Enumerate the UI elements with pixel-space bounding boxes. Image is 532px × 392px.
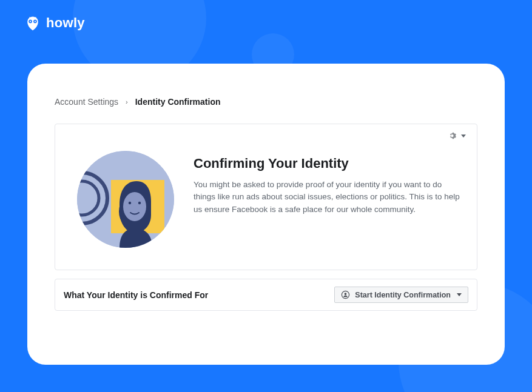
svg-point-13 [345,293,347,295]
card-title: Confirming Your Identity [194,156,466,171]
svg-point-9 [123,192,146,221]
gear-icon [449,131,457,140]
brand-name: howly [46,15,85,31]
card-body: Confirming Your Identity You might be as… [66,133,466,248]
svg-point-2 [30,21,31,22]
identity-card: Confirming Your Identity You might be as… [55,124,477,270]
brand-logo: howly [24,15,85,32]
card-settings-menu[interactable] [449,131,466,140]
card-description: You might be asked to provide proof of y… [194,179,466,216]
identity-illustration [77,151,174,248]
caret-down-icon [461,135,466,138]
start-identity-confirmation-button[interactable]: Start Identity Confirmation [334,287,468,303]
owl-icon [24,15,41,32]
svg-point-10 [129,202,131,204]
chevron-right-icon: › [126,98,128,105]
card-text: Confirming Your Identity You might be as… [194,151,466,216]
confirmed-for-section: What Your Identity is Confirmed For Star… [55,279,477,311]
button-label: Start Identity Confirmation [355,291,451,299]
svg-point-11 [138,202,141,204]
svg-point-3 [35,21,36,22]
settings-panel: Account Settings › Identity Confirmation [27,64,505,365]
breadcrumb-parent[interactable]: Account Settings [55,97,118,107]
caret-down-icon [457,293,462,296]
person-badge-icon [341,290,350,299]
breadcrumb: Account Settings › Identity Confirmation [55,97,477,107]
section-label: What Your Identity is Confirmed For [64,290,208,300]
breadcrumb-current: Identity Confirmation [135,97,221,107]
